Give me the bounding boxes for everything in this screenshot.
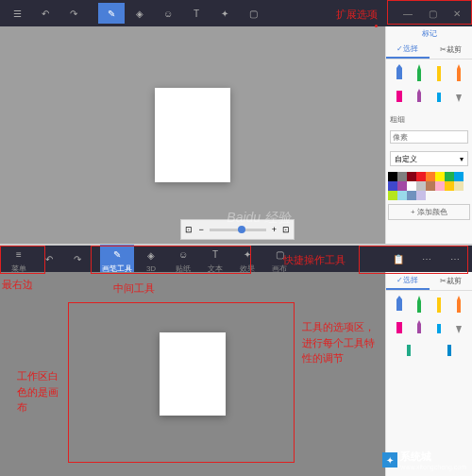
brush-fill-icon[interactable] (452, 86, 465, 107)
window-minimize-button[interactable]: — (396, 3, 419, 24)
thickness-label: 粗细 (386, 112, 472, 127)
brush-marker-icon[interactable] (393, 295, 406, 315)
add-color-button[interactable]: + 添加颜色 (388, 204, 470, 220)
canvas-2[interactable] (160, 332, 226, 416)
tab-crop-2[interactable]: ✂ 裁剪 (430, 272, 473, 290)
brush-oil-icon[interactable] (432, 63, 446, 84)
paste-button[interactable]: 📋 (385, 248, 412, 269)
brush-oil-icon[interactable] (432, 295, 446, 315)
redo-button[interactable]: ↷ (64, 248, 91, 269)
annotation-quick-tools: 快捷操作工具 (283, 253, 346, 267)
color-swatch[interactable] (397, 172, 407, 181)
color-swatch[interactable] (435, 172, 445, 181)
zoom-slider[interactable] (210, 229, 266, 231)
baidu-watermark: Baidu 经验 (227, 210, 291, 227)
xitong-logo-icon: ✦ (382, 452, 397, 468)
color-swatch[interactable] (426, 172, 435, 181)
window-maximize-button[interactable]: ▢ (421, 3, 444, 24)
effects-tool-button[interactable]: ✦ (211, 3, 238, 24)
thickness-input[interactable] (390, 130, 468, 144)
brush-crayon-icon[interactable] (413, 86, 426, 107)
svg-rect-5 (447, 345, 451, 356)
side-panel-2: ✓ 选择 ✂ 裁剪 (385, 272, 472, 476)
color-swatch[interactable] (407, 191, 416, 200)
svg-rect-1 (437, 93, 441, 102)
color-swatch[interactable] (407, 172, 416, 181)
3d-tool-group[interactable]: ◈3D (136, 246, 166, 273)
color-swatch[interactable] (445, 181, 454, 191)
color-swatch[interactable] (454, 172, 464, 181)
redo-button[interactable]: ↷ (60, 3, 87, 24)
text-tool-button[interactable]: T (183, 3, 210, 24)
brush-fill-icon[interactable] (452, 317, 465, 338)
opacity-select[interactable]: 自定义▾ (390, 151, 468, 166)
color-swatch[interactable] (397, 181, 407, 191)
canvas[interactable] (155, 88, 230, 182)
brush-spray-icon[interactable] (432, 86, 446, 107)
tab-crop[interactable]: ✂ 裁剪 (430, 41, 473, 59)
menu-button[interactable]: ☰ (4, 3, 30, 24)
side-panel: 标记 ✓ 选择 ✂ 裁剪 粗细 (385, 26, 472, 244)
color-swatch[interactable] (416, 191, 426, 200)
brush-pen-icon[interactable] (413, 63, 426, 84)
svg-rect-0 (396, 91, 402, 102)
brush-pencil-icon[interactable] (452, 295, 465, 315)
tab-select-2[interactable]: ✓ 选择 (386, 272, 430, 290)
canvas-tool-button[interactable]: ▢ (240, 3, 266, 24)
annotation-workspace: 工作区白色的是画布 (17, 368, 64, 416)
annotation-expand: 扩展选项 (336, 8, 378, 22)
sticker-tool-group[interactable]: ☺贴纸 (168, 245, 198, 274)
brush-extra1-icon[interactable] (402, 340, 415, 361)
panel-title: 标记 (386, 26, 472, 41)
extra-button-1[interactable]: ⋯ (413, 248, 440, 269)
brush-pen-icon[interactable] (413, 295, 426, 315)
top-toolbar: ☰ ↶ ↷ ✎ ◈ ☺ T ✦ ▢ — ▢ ✕ (0, 0, 472, 26)
svg-rect-4 (407, 345, 411, 356)
zoom-out-button[interactable]: − (198, 225, 203, 234)
brush-marker-icon[interactable] (393, 63, 406, 84)
svg-rect-2 (396, 322, 402, 333)
color-swatch[interactable] (388, 181, 397, 191)
brush-extra2-icon[interactable] (443, 340, 456, 361)
undo-button[interactable]: ↶ (36, 248, 62, 269)
fit-button[interactable]: ⊡ (185, 225, 193, 234)
canvas-area[interactable]: ⊡ − + ⊡ Baidu 经验 (0, 26, 385, 244)
color-swatch[interactable] (397, 191, 407, 200)
brush-crayon-icon[interactable] (413, 317, 426, 338)
3d-tool-button[interactable]: ◈ (126, 3, 153, 24)
effects-tool-group[interactable]: ✦效果 (232, 245, 262, 274)
window-close-button[interactable]: ✕ (446, 3, 468, 24)
color-swatch[interactable] (416, 181, 426, 191)
tab-select[interactable]: ✓ 选择 (386, 41, 430, 59)
color-swatch[interactable] (416, 172, 426, 181)
chevron-down-icon: ▾ (460, 155, 464, 163)
text-tool-group[interactable]: T文本 (200, 245, 230, 274)
svg-rect-3 (437, 324, 441, 333)
menu-group[interactable]: ≡菜单 (4, 245, 34, 274)
color-palette (386, 170, 472, 202)
color-swatch[interactable] (426, 181, 435, 191)
color-swatch[interactable] (435, 181, 445, 191)
annotation-middle-tools: 中间工具 (113, 281, 155, 296)
color-swatch[interactable] (445, 172, 454, 181)
color-swatch[interactable] (407, 181, 416, 191)
brush-tool-button[interactable]: ✎ (98, 3, 125, 24)
brush-eraser-icon[interactable] (393, 317, 406, 338)
brush-pencil-icon[interactable] (452, 63, 465, 84)
undo-button[interactable]: ↶ (32, 3, 59, 24)
extra-button-2[interactable]: ⋯ (442, 248, 468, 269)
annotation-left-edge: 最右边 (2, 278, 33, 292)
brush-spray-icon[interactable] (432, 317, 446, 338)
sticker-tool-button[interactable]: ☺ (155, 3, 181, 24)
brush-eraser-icon[interactable] (393, 86, 406, 107)
top-toolbar-2: ≡菜单 ↶ ↷ ✎画笔工具 ◈3D ☺贴纸 T文本 ✦效果 ▢画布 📋 ⋯ ⋯ (0, 246, 472, 272)
color-swatch[interactable] (388, 191, 397, 200)
color-swatch[interactable] (388, 172, 397, 181)
annotation-tool-options: 工具的选项区，进行每个工具特性的调节 (302, 319, 376, 366)
xitong-watermark: ✦ 系统城 www.xitongcheng.com (382, 450, 466, 470)
brush-tool-group[interactable]: ✎画笔工具 (100, 245, 134, 274)
color-swatch[interactable] (454, 181, 464, 191)
